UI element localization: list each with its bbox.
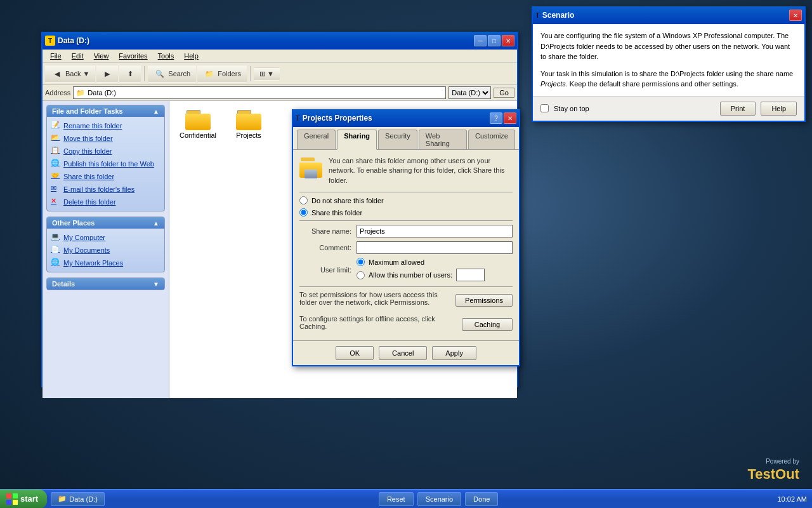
tab-security[interactable]: Security: [378, 130, 417, 149]
other-places-header[interactable]: Other Places ▲: [47, 217, 164, 229]
share-folder-label[interactable]: Share this folder: [311, 209, 362, 217]
tab-customize[interactable]: Customize: [468, 130, 515, 149]
up-button[interactable]: ⬆: [119, 65, 141, 83]
publish-icon: 🌐: [51, 159, 61, 169]
sidebar-item-my-network[interactable]: 🌐 My Network Places: [48, 257, 163, 269]
sidebar-item-my-documents[interactable]: 📄 My Documents: [48, 244, 163, 257]
explorer-titlebar: T Data (D:) ─ □ ✕: [43, 32, 517, 50]
search-button[interactable]: 🔍 Search: [148, 65, 196, 83]
search-icon: 🔍: [154, 67, 166, 80]
stay-on-top-label[interactable]: Stay on top: [554, 105, 589, 112]
chevron-down-icon: ▼: [153, 281, 159, 288]
forward-button[interactable]: ▶: [96, 65, 118, 83]
details-header[interactable]: Details ▼: [47, 278, 164, 290]
tab-general[interactable]: General: [297, 130, 336, 149]
scenario-button[interactable]: Scenario: [417, 492, 461, 506]
svg-rect-1: [13, 493, 18, 498]
forward-icon: ▶: [101, 67, 114, 80]
cancel-button[interactable]: Cancel: [379, 346, 427, 360]
help-button[interactable]: Help: [761, 102, 797, 116]
projects-properties-dialog: T Projects Properties ? ✕ General Sharin…: [292, 109, 520, 366]
scenario-titlebar: T Scenario ✕: [533, 6, 804, 24]
go-button[interactable]: Go: [494, 88, 514, 98]
user-count-spinner[interactable]: [456, 269, 485, 281]
separator-3: [299, 286, 513, 287]
sidebar-item-email[interactable]: ✉ E-mail this folder's files: [48, 183, 163, 196]
testout-branding: Powered by TestOut: [748, 458, 800, 483]
other-places-section: Other Places ▲ 💻 My Computer 📄 My Docume…: [46, 217, 165, 272]
sidebar-item-rename[interactable]: 📝 Rename this folder: [48, 119, 163, 132]
menu-edit[interactable]: Edit: [67, 51, 89, 61]
move-icon: 📂: [51, 133, 61, 144]
views-button[interactable]: ⊞ ▼: [254, 67, 280, 81]
menu-tools[interactable]: Tools: [153, 51, 180, 61]
maximize-button[interactable]: □: [488, 35, 501, 46]
menu-help[interactable]: Help: [179, 51, 204, 61]
menu-view[interactable]: View: [89, 51, 114, 61]
allow-number-label[interactable]: Allow this number of users:: [369, 271, 452, 279]
share-icon: 🤝: [51, 171, 61, 182]
print-button[interactable]: Print: [720, 102, 756, 116]
done-button[interactable]: Done: [465, 492, 498, 506]
do-not-share-radio[interactable]: [299, 196, 308, 204]
share-folder-radio[interactable]: [299, 208, 308, 217]
separator-2: [299, 220, 513, 221]
comment-input[interactable]: [357, 241, 513, 254]
sidebar: File and Folder Tasks ▲ 📝 Rename this fo…: [43, 101, 169, 398]
share-name-label: Share name:: [299, 227, 357, 235]
sidebar-item-copy[interactable]: 📋 Copy this folder: [48, 145, 163, 157]
ok-button[interactable]: OK: [336, 346, 374, 360]
svg-rect-2: [6, 500, 11, 505]
share-name-input[interactable]: [357, 225, 513, 237]
scenario-content: You are configuring the file system of a…: [533, 24, 804, 96]
testout-logo-text2: Out: [775, 466, 799, 482]
address-dropdown[interactable]: Data (D:): [449, 86, 491, 99]
back-button[interactable]: ◀ Back ▼: [45, 65, 95, 83]
sidebar-item-publish[interactable]: 🌐 Publish this folder to the Web: [48, 157, 163, 170]
start-button[interactable]: start: [0, 490, 47, 509]
share-name-row: Share name:: [299, 225, 513, 237]
menu-favorites[interactable]: Favorites: [114, 51, 152, 61]
dialog-help-button[interactable]: ?: [490, 112, 502, 124]
tab-web-sharing[interactable]: Web Sharing: [419, 130, 467, 149]
caching-button[interactable]: Caching: [462, 318, 513, 331]
user-limit-section: User limit: Maximum allowed Allow this n…: [299, 258, 513, 281]
toolbar-separator-1: [144, 66, 145, 81]
tab-sharing[interactable]: Sharing: [337, 130, 377, 150]
details-section: Details ▼: [46, 277, 165, 290]
scenario-buttons: Print Help: [720, 102, 797, 116]
file-item-projects[interactable]: Projects: [226, 107, 271, 142]
testout-logo: TestOut: [748, 466, 800, 483]
separator-1: [299, 192, 513, 192]
start-label: start: [20, 494, 38, 504]
sidebar-item-move[interactable]: 📂 Move this folder: [48, 132, 163, 145]
reset-button[interactable]: Reset: [379, 492, 414, 506]
caching-row: To configure settings for offline access…: [299, 315, 513, 334]
permissions-text: To set permissions for how users access …: [299, 291, 450, 306]
allow-number-radio[interactable]: [357, 271, 365, 279]
menu-file[interactable]: File: [45, 51, 67, 61]
file-folder-tasks-header[interactable]: File and Folder Tasks ▲: [47, 105, 164, 117]
do-not-share-label[interactable]: Do not share this folder: [311, 197, 384, 204]
sidebar-item-delete[interactable]: ✕ Delete this folder: [48, 196, 163, 208]
explorer-window-title: Data (D:): [58, 36, 471, 45]
permissions-button[interactable]: Permissions: [455, 294, 513, 307]
scenario-close-button[interactable]: ✕: [789, 10, 802, 21]
stay-on-top-checkbox[interactable]: [540, 104, 549, 112]
minimize-button[interactable]: ─: [474, 35, 487, 46]
file-folder-tasks-section: File and Folder Tasks ▲ 📝 Rename this fo…: [46, 105, 165, 211]
scenario-paragraph-2-prefix: Your task in this simulation is to share…: [540, 70, 793, 77]
max-allowed-radio[interactable]: [357, 258, 365, 266]
apply-button[interactable]: Apply: [432, 346, 476, 360]
file-label-confidential: Confidential: [180, 131, 216, 139]
taskbar-item-explorer[interactable]: 📁 Data (D:): [51, 492, 105, 506]
dialog-close-button[interactable]: ✕: [504, 112, 516, 124]
sidebar-item-my-computer[interactable]: 💻 My Computer: [48, 231, 163, 244]
max-allowed-label[interactable]: Maximum allowed: [369, 258, 424, 266]
folders-button[interactable]: 📁 Folders: [197, 65, 247, 83]
scenario-footer: Stay on top Print Help: [533, 96, 804, 121]
address-input[interactable]: 📁 Data (D:): [73, 86, 446, 99]
sidebar-item-share[interactable]: 🤝 Share this folder: [48, 170, 163, 183]
file-item-confidential[interactable]: Confidential: [176, 107, 220, 142]
close-button[interactable]: ✕: [502, 35, 514, 46]
